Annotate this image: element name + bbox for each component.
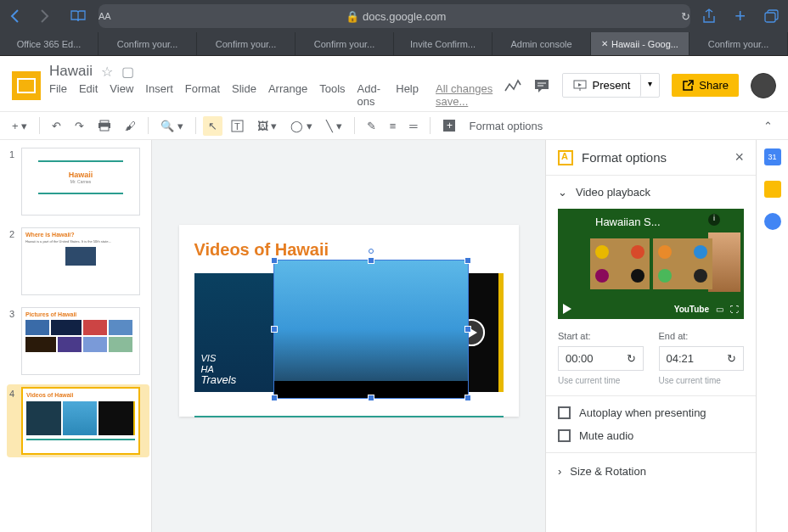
undo-button[interactable]: ↶	[47, 116, 66, 136]
keep-icon[interactable]	[764, 181, 781, 198]
redo-button[interactable]: ↷	[70, 116, 89, 136]
avatar[interactable]	[751, 73, 776, 98]
safari-nav-bar: AA 🔒 docs.google.com ↻ +	[0, 0, 788, 32]
slide-title[interactable]: Videos of Hawaii	[194, 240, 504, 261]
tabs-icon[interactable]	[764, 9, 780, 23]
save-status[interactable]: All changes save...	[436, 82, 496, 108]
slide-thumb-2[interactable]: 2 Where is Hawaii?Hawaii is a part of th…	[7, 225, 149, 298]
mute-checkbox[interactable]: Mute audio	[558, 429, 744, 442]
cast-icon[interactable]: ▭	[716, 305, 723, 314]
present-button[interactable]: Present	[563, 74, 641, 97]
preview-play-icon[interactable]	[563, 304, 571, 314]
tab-4[interactable]: Invite Confirm...	[394, 32, 492, 55]
use-current-end[interactable]: Use current time	[659, 376, 745, 385]
selected-video[interactable]	[273, 260, 469, 399]
slide-thumb-4[interactable]: 4 Videos of Hawaii	[7, 384, 149, 457]
chevron-right-icon: ›	[558, 465, 561, 478]
doc-title[interactable]: Hawaii	[49, 63, 93, 80]
size-rotation-header[interactable]: › Size & Rotation	[546, 453, 756, 490]
youtube-logo[interactable]: YouTube	[674, 305, 709, 314]
tab-6[interactable]: ✕Hawaii - Goog...	[591, 32, 690, 55]
info-icon[interactable]: i	[708, 214, 720, 226]
panel-title: Format options	[582, 150, 726, 165]
zoom-button[interactable]: 🔍 ▾	[155, 116, 189, 136]
border-dash-button[interactable]: ═	[404, 116, 422, 136]
svg-text:T: T	[234, 121, 240, 132]
new-slide-button[interactable]: + ▾	[7, 116, 32, 136]
tab-0[interactable]: Office 365 Ed...	[0, 32, 98, 55]
refresh-icon[interactable]: ↻	[627, 352, 636, 365]
image-tool[interactable]: 🖼 ▾	[252, 116, 283, 136]
tab-2[interactable]: Confirm your...	[197, 32, 296, 55]
share-button[interactable]: Share	[672, 74, 739, 97]
border-weight-button[interactable]: ≡	[385, 116, 402, 136]
resize-handle[interactable]	[271, 326, 278, 333]
rotate-handle[interactable]	[369, 249, 374, 254]
slide-thumb-1[interactable]: 1 HawaiiMr. Carnes	[7, 145, 149, 218]
tasks-icon[interactable]	[764, 213, 781, 230]
textbox-tool[interactable]: T	[226, 116, 249, 136]
resize-handle[interactable]	[271, 257, 278, 264]
video-preview[interactable]: Hawaiian S... i YouTube ▭ ⛶	[558, 209, 744, 319]
slide-thumb-3[interactable]: 3 Pictures of Hawaii	[7, 305, 149, 378]
tab-7[interactable]: Confirm your...	[690, 32, 788, 55]
menu-format[interactable]: Format	[185, 82, 220, 108]
menu-view[interactable]: View	[110, 82, 133, 108]
start-label: Start at:	[558, 331, 644, 341]
tab-5[interactable]: Admin console	[492, 32, 591, 55]
format-options-panel: Format options × ⌄ Video playback Hawaii…	[545, 140, 756, 532]
resize-handle[interactable]	[368, 257, 374, 264]
svg-rect-7	[100, 120, 109, 123]
menu-help[interactable]: Help	[396, 82, 419, 108]
menu-file[interactable]: File	[49, 82, 67, 108]
book-icon[interactable]	[70, 9, 87, 23]
select-tool[interactable]: ↖	[203, 116, 222, 136]
star-icon[interactable]: ☆	[101, 64, 113, 80]
video-playback-header[interactable]: ⌄ Video playback	[558, 186, 744, 199]
add-comment-button[interactable]: +	[437, 115, 461, 136]
refresh-icon[interactable]: ↻	[727, 352, 736, 365]
tab-3[interactable]: Confirm your...	[296, 32, 394, 55]
svg-text:+: +	[447, 120, 453, 132]
resize-handle[interactable]	[464, 257, 471, 264]
menu-arrange[interactable]: Arrange	[268, 82, 307, 108]
paint-format-button[interactable]: 🖌	[120, 116, 141, 136]
forward-icon	[39, 8, 51, 24]
explore-icon[interactable]	[504, 79, 521, 92]
slide-canvas[interactable]: Videos of Hawaii VISHATravels	[179, 225, 519, 417]
menu-slide[interactable]: Slide	[232, 82, 256, 108]
use-current-start[interactable]: Use current time	[558, 376, 644, 385]
back-icon[interactable]	[8, 8, 20, 24]
calendar-icon[interactable]: 31	[764, 148, 781, 165]
line-tool[interactable]: ╲ ▾	[321, 116, 347, 136]
present-options-dropdown[interactable]: ▾	[641, 74, 659, 97]
menu-edit[interactable]: Edit	[79, 82, 98, 108]
reload-icon[interactable]: ↻	[681, 10, 690, 23]
print-button[interactable]	[93, 116, 116, 135]
comments-icon[interactable]	[533, 78, 550, 93]
autoplay-checkbox[interactable]: Autoplay when presenting	[558, 406, 744, 419]
new-tab-icon[interactable]: +	[735, 5, 746, 27]
tab-1[interactable]: Confirm your...	[98, 32, 197, 55]
canvas-area[interactable]: Videos of Hawaii VISHATravels	[152, 140, 545, 532]
resize-handle[interactable]	[464, 326, 471, 333]
share-icon[interactable]	[702, 8, 716, 24]
start-time-input[interactable]: 00:00↻	[558, 346, 644, 371]
close-tab-icon[interactable]: ✕	[601, 39, 608, 48]
fullscreen-icon[interactable]: ⛶	[730, 305, 739, 314]
resize-handle[interactable]	[464, 395, 471, 401]
resize-handle[interactable]	[271, 395, 278, 401]
resize-handle[interactable]	[368, 395, 374, 401]
menu-tools[interactable]: Tools	[319, 82, 345, 108]
shape-tool[interactable]: ◯ ▾	[285, 116, 318, 136]
border-color-button[interactable]: ✎	[362, 116, 381, 136]
menu-insert[interactable]: Insert	[145, 82, 173, 108]
end-time-input[interactable]: 04:21↻	[659, 346, 745, 371]
menu-addons[interactable]: Add-ons	[357, 82, 385, 108]
move-icon[interactable]: ▢	[121, 64, 134, 80]
close-panel-icon[interactable]: ×	[735, 148, 744, 166]
slides-logo[interactable]	[12, 71, 41, 100]
address-bar[interactable]: AA 🔒 docs.google.com ↻	[98, 4, 690, 28]
collapse-toolbar-icon[interactable]: ⌃	[755, 116, 781, 136]
format-options-button[interactable]: Format options	[464, 116, 549, 136]
